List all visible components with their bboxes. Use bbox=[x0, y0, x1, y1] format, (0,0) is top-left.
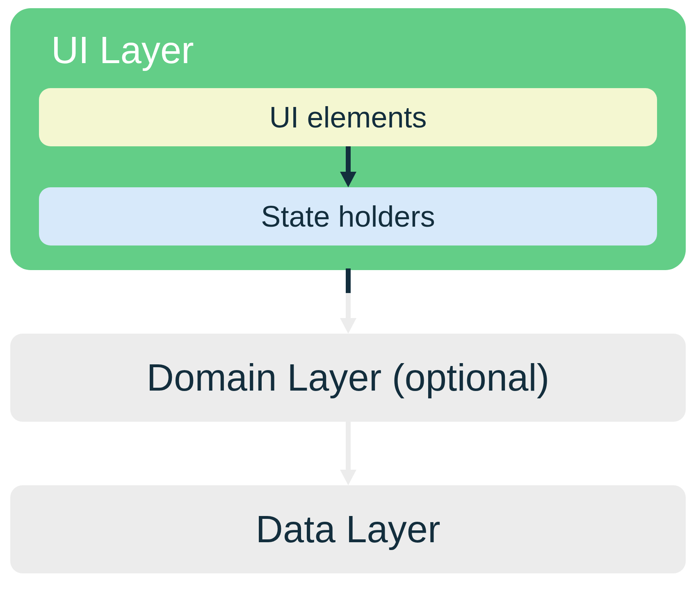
svg-marker-1 bbox=[340, 172, 356, 187]
ui-elements-box: UI elements bbox=[39, 88, 657, 146]
domain-layer-box: Domain Layer (optional) bbox=[10, 334, 686, 422]
arrow-down-icon bbox=[338, 146, 358, 187]
architecture-diagram: UI Layer UI elements State holders bbox=[10, 8, 686, 573]
svg-marker-6 bbox=[340, 470, 356, 485]
svg-marker-4 bbox=[340, 318, 356, 334]
ui-layer-title: UI Layer bbox=[51, 29, 657, 72]
arrow-domain-to-data bbox=[10, 422, 686, 485]
data-layer-box: Data Layer bbox=[10, 485, 686, 573]
ui-layer-container: UI Layer UI elements State holders bbox=[10, 8, 686, 270]
arrow-down-icon bbox=[338, 422, 358, 485]
arrow-ui-to-state bbox=[39, 146, 657, 187]
state-holders-box: State holders bbox=[39, 187, 657, 245]
arrow-state-exit bbox=[338, 268, 358, 295]
